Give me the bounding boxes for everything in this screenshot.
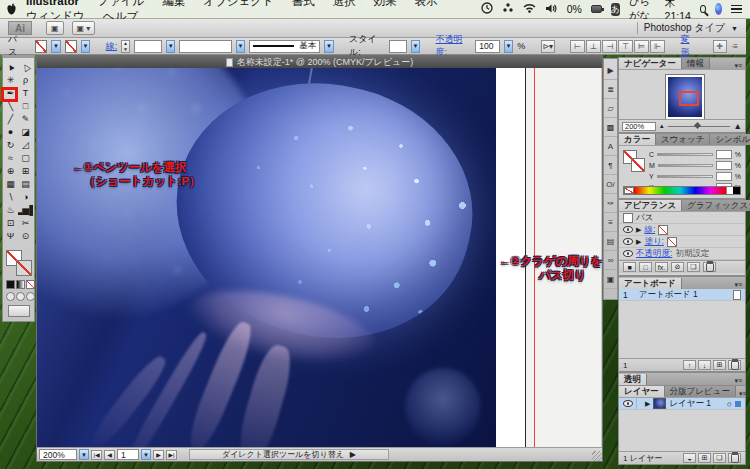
- delete-artboard-button[interactable]: [728, 360, 741, 370]
- siri-icon[interactable]: [715, 3, 722, 15]
- align-top-button[interactable]: ⊤: [618, 40, 633, 53]
- window-resize-grip[interactable]: [592, 451, 602, 461]
- document-titlebar[interactable]: 名称未設定-1* @ 200% (CMYK/プレビュー): [37, 56, 602, 68]
- shape-builder-tool[interactable]: ⊕: [3, 164, 18, 177]
- wifi-icon[interactable]: [523, 3, 536, 15]
- spaces-icon[interactable]: [502, 2, 514, 16]
- panel-icon-actions[interactable]: ▶: [604, 61, 617, 80]
- channel-value-field[interactable]: [716, 161, 732, 170]
- duplicate-item-button[interactable]: ❏: [687, 262, 700, 272]
- perspective-grid-tool[interactable]: ⊞: [18, 164, 33, 177]
- brush-definition-select[interactable]: 基本: [249, 40, 320, 53]
- panel-icon-opentype[interactable]: O/: [604, 175, 617, 194]
- canvas[interactable]: ←①ペンツールを選択（ショートカット:P） ←②クラゲの周りをパス切り: [37, 68, 602, 448]
- align-bottom-button[interactable]: ⊩: [650, 40, 665, 53]
- draw-normal-button[interactable]: [6, 292, 15, 301]
- fill-color-swatch[interactable]: [35, 40, 47, 53]
- panel-menu-icon[interactable]: ▾≡: [731, 377, 745, 385]
- navigator-view-box[interactable]: [679, 91, 699, 106]
- align-right-button[interactable]: ⊣: [602, 40, 617, 53]
- tab-transparency[interactable]: 透明: [619, 374, 647, 385]
- delete-item-button[interactable]: [703, 262, 716, 272]
- tab-separations-preview[interactable]: 分版プレビュー: [665, 386, 736, 397]
- crosshair-button[interactable]: ✛: [713, 40, 727, 53]
- stroke-dropdown-arrow[interactable]: ▼: [81, 40, 90, 53]
- eyedropper-tool[interactable]: ∖: [3, 190, 18, 203]
- gradient-tool[interactable]: ▤: [18, 177, 33, 190]
- tab-symbols[interactable]: シンボル: [710, 134, 750, 145]
- scale-tool[interactable]: ◿: [18, 138, 33, 151]
- panel-icon-links[interactable]: ∞: [604, 251, 617, 270]
- panel-icon-paragraph[interactable]: ¶: [604, 156, 617, 175]
- channel-slider[interactable]: [657, 175, 713, 178]
- magic-wand-tool[interactable]: ✳: [3, 73, 18, 86]
- new-artboard-button[interactable]: ⊞: [713, 360, 726, 370]
- variable-width-arrow[interactable]: ▼: [236, 40, 245, 53]
- panel-icon-brushes[interactable]: ✑: [604, 194, 617, 213]
- screen-mode-button[interactable]: [8, 305, 30, 317]
- move-artboard-down-button[interactable]: ↓: [698, 360, 711, 370]
- mesh-tool[interactable]: ▦: [3, 177, 18, 190]
- navigator-proxy-view[interactable]: [665, 74, 705, 120]
- stroke-color-swatch[interactable]: [65, 40, 77, 53]
- menu-effect[interactable]: 効果: [365, 0, 406, 7]
- panel-icon-character[interactable]: A: [604, 137, 617, 156]
- color-fill-stroke-indicator[interactable]: [623, 150, 647, 184]
- artboard-page-icon[interactable]: [733, 290, 741, 300]
- tab-artboards[interactable]: アートボード: [619, 278, 682, 289]
- artboard-tool[interactable]: ⊡: [3, 216, 18, 229]
- fill-dropdown-arrow[interactable]: ▼: [51, 40, 60, 53]
- control-bar-menu-icon[interactable]: ·≡: [731, 42, 738, 51]
- menu-view[interactable]: 表示: [406, 0, 447, 7]
- make-clipping-mask-button[interactable]: ◒: [683, 453, 696, 463]
- zoom-level-field[interactable]: 200%: [39, 449, 77, 460]
- menu-object[interactable]: オブジェクト: [194, 0, 283, 7]
- tab-color[interactable]: カラー: [619, 134, 656, 145]
- menu-illustrator[interactable]: Illustrator: [17, 0, 88, 7]
- navigator-zoom-field[interactable]: 200%: [622, 122, 656, 131]
- panel-icon-pathfinder[interactable]: ▩: [604, 118, 617, 137]
- zoom-in-icon[interactable]: ▲: [734, 121, 742, 131]
- layer-visibility-icon[interactable]: [623, 400, 633, 407]
- tab-swatches[interactable]: スウォッチ: [656, 134, 711, 145]
- appearance-fill-row[interactable]: ▶塗り:: [619, 236, 745, 248]
- visibility-eye-icon[interactable]: [623, 250, 633, 257]
- new-stroke-button[interactable]: ■: [623, 262, 636, 272]
- visibility-eye-icon[interactable]: [623, 238, 633, 245]
- appearance-object-row[interactable]: パス: [619, 212, 745, 224]
- arrange-documents-button[interactable]: ▣: [46, 21, 64, 35]
- volume-icon[interactable]: [545, 3, 558, 16]
- lasso-tool[interactable]: ρ: [18, 73, 33, 86]
- free-transform-tool[interactable]: ▢: [18, 151, 33, 164]
- align-left-button[interactable]: ⊢: [570, 40, 585, 53]
- first-page-button[interactable]: |◀: [91, 450, 102, 460]
- draw-inside-button[interactable]: [26, 292, 35, 301]
- panel-icon-artboards[interactable]: ≣: [604, 80, 617, 99]
- paintbrush-tool[interactable]: ╱: [3, 112, 18, 125]
- layer-name[interactable]: レイヤー 1: [669, 398, 711, 410]
- gradient-mode-button[interactable]: [16, 280, 25, 289]
- panel-icon-symbols[interactable]: ▣: [604, 270, 617, 289]
- brush-definition-arrow[interactable]: ▼: [324, 40, 333, 53]
- column-graph-tool[interactable]: ▂▅█: [18, 203, 33, 216]
- tab-appearance[interactable]: アピアランス: [619, 200, 682, 211]
- new-sublayer-button[interactable]: ⊞: [698, 453, 711, 463]
- notification-center-icon[interactable]: [731, 5, 742, 14]
- symbol-sprayer-tool[interactable]: ♨: [3, 203, 18, 216]
- input-source-icon[interactable]: あ: [611, 3, 620, 16]
- eraser-tool[interactable]: ◪: [18, 125, 33, 138]
- jellyfish-photo[interactable]: [37, 68, 496, 448]
- menu-type[interactable]: 書式: [283, 0, 324, 7]
- panel-menu-icon[interactable]: ▾≡: [736, 390, 750, 398]
- zoom-tool[interactable]: ⊙: [18, 229, 33, 242]
- panel-menu-icon[interactable]: ▾≡: [731, 281, 745, 289]
- opacity-field[interactable]: 100: [475, 40, 500, 53]
- page-number-field[interactable]: 1: [117, 449, 139, 460]
- channel-value-field[interactable]: [716, 150, 732, 159]
- type-tool[interactable]: T: [18, 86, 33, 99]
- align-center-button[interactable]: ⊥: [586, 40, 601, 53]
- fill-stroke-indicator[interactable]: [6, 250, 32, 276]
- stroke-weight-stepper[interactable]: ▲▼: [121, 40, 129, 53]
- apple-icon[interactable]: [6, 3, 17, 16]
- stroke-weight-label[interactable]: 線:: [106, 40, 118, 53]
